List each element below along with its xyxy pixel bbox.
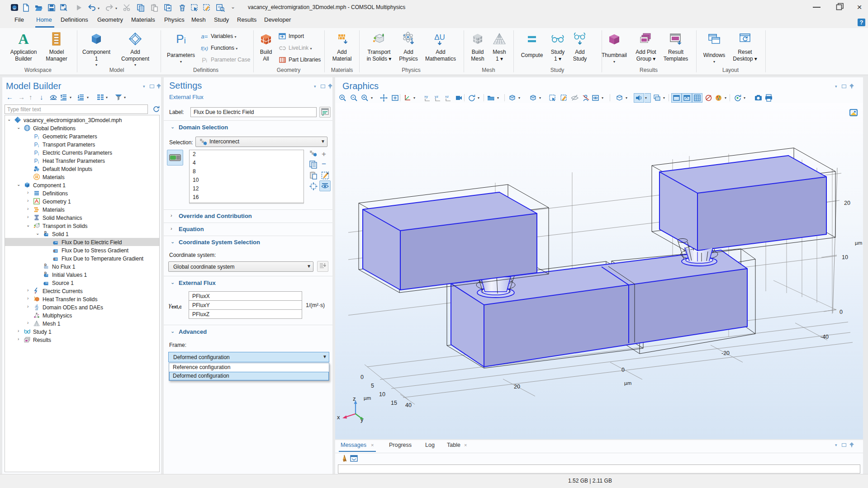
svg-text:0: 0 xyxy=(840,309,843,315)
svg-text:A: A xyxy=(18,32,28,46)
svg-text:µm: µm xyxy=(364,395,371,401)
svg-text:+: + xyxy=(34,291,36,294)
svg-text:dt: dt xyxy=(35,308,38,311)
svg-text:xz: xz xyxy=(445,95,449,99)
svg-text:10: 10 xyxy=(379,391,385,398)
svg-text:P¡: P¡ xyxy=(34,150,39,156)
svg-text:yz: yz xyxy=(435,95,438,99)
svg-text:x: x xyxy=(337,414,340,421)
svg-text:10: 10 xyxy=(842,254,848,261)
svg-text:d: d xyxy=(36,304,38,307)
svg-text:µm: µm xyxy=(855,240,862,246)
svg-text:20: 20 xyxy=(844,200,850,206)
svg-text:a=: a= xyxy=(201,33,208,40)
svg-text:Pi: Pi xyxy=(202,57,207,64)
svg-text:ΔU: ΔU xyxy=(434,33,445,42)
svg-text:Pi: Pi xyxy=(176,32,185,46)
svg-text:P¡: P¡ xyxy=(34,133,39,139)
svg-text:+: + xyxy=(38,313,39,316)
svg-text:0: 0 xyxy=(360,374,364,380)
svg-text:-20: -20 xyxy=(721,350,730,356)
svg-text:20: 20 xyxy=(514,384,520,390)
svg-text:P¡: P¡ xyxy=(34,142,39,147)
svg-text:P¡: P¡ xyxy=(34,158,39,164)
svg-text:f(x): f(x) xyxy=(201,46,208,51)
svg-text:40: 40 xyxy=(405,402,412,408)
svg-text:0: 0 xyxy=(621,367,625,373)
svg-text:-40: -40 xyxy=(821,334,829,340)
svg-text:_: _ xyxy=(37,291,39,294)
svg-text:5: 5 xyxy=(371,383,374,389)
svg-text:xy: xy xyxy=(424,95,428,99)
svg-text:15: 15 xyxy=(391,400,397,406)
svg-text:µm: µm xyxy=(624,380,631,386)
